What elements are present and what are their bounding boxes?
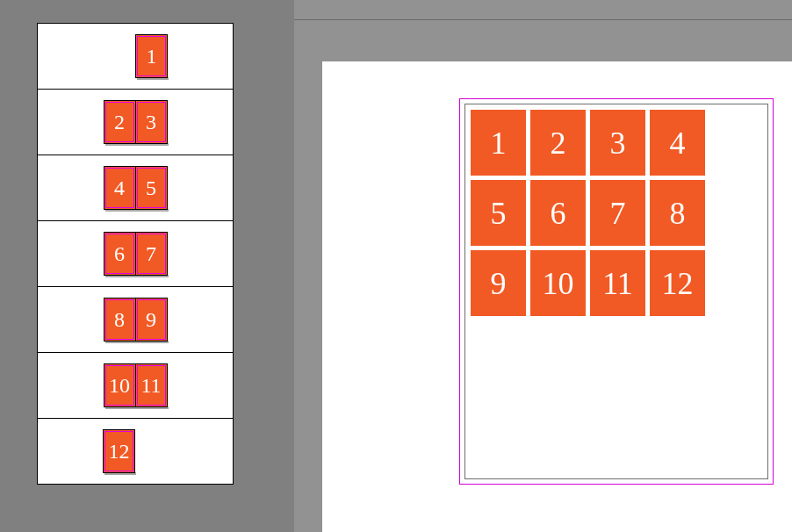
inner-text-frame[interactable]: 1 2 3 4 5 6 7 8 9 10 11 12 <box>464 104 768 479</box>
page-thumb[interactable]: 10 <box>104 363 136 407</box>
spread-row[interactable]: 10 11 <box>37 352 234 419</box>
layout-cell[interactable]: 4 <box>650 110 705 176</box>
horizontal-ruler <box>294 19 792 20</box>
layout-cell[interactable]: 5 <box>471 180 526 246</box>
spread-row[interactable]: 8 9 <box>37 286 234 353</box>
page-thumb[interactable]: 2 <box>104 100 136 144</box>
page-thumb[interactable]: 6 <box>104 232 136 276</box>
page-thumb[interactable]: 1 <box>135 34 168 78</box>
document-canvas: 1 2 3 4 5 6 7 8 9 10 11 12 <box>294 0 792 532</box>
pages-thumbnail-panel: 1 2 3 4 5 6 7 8 9 10 11 12 <box>37 23 234 485</box>
page-thumb[interactable]: 8 <box>104 298 136 341</box>
layout-cell[interactable]: 9 <box>471 250 526 316</box>
page-sheet[interactable]: 1 2 3 4 5 6 7 8 9 10 11 12 <box>322 61 792 532</box>
spread-row[interactable]: 12 <box>37 418 234 485</box>
layout-cell[interactable]: 1 <box>471 110 526 176</box>
layout-cell[interactable]: 2 <box>530 110 586 176</box>
spread-row[interactable]: 6 7 <box>37 220 234 287</box>
layout-cell[interactable]: 6 <box>530 180 586 246</box>
layout-cell[interactable]: 10 <box>530 250 586 316</box>
page-thumb[interactable]: 3 <box>135 100 168 144</box>
page-thumb[interactable]: 12 <box>103 429 135 473</box>
layout-cell[interactable]: 11 <box>590 250 645 316</box>
spread-row[interactable]: 1 <box>37 23 234 90</box>
page-thumb[interactable]: 7 <box>135 232 168 276</box>
page-thumb[interactable]: 9 <box>135 298 168 341</box>
layout-cell[interactable]: 7 <box>590 180 645 246</box>
layout-cell[interactable]: 12 <box>650 250 705 316</box>
layout-cell[interactable]: 3 <box>590 110 645 176</box>
layout-cell[interactable]: 8 <box>650 180 705 246</box>
page-thumb[interactable]: 4 <box>104 166 136 210</box>
page-thumb[interactable]: 11 <box>135 363 168 407</box>
margin-frame[interactable]: 1 2 3 4 5 6 7 8 9 10 11 12 <box>459 98 774 485</box>
spread-row[interactable]: 2 3 <box>37 89 234 155</box>
spread-row[interactable]: 4 5 <box>37 155 234 221</box>
page-thumb[interactable]: 5 <box>135 166 168 210</box>
